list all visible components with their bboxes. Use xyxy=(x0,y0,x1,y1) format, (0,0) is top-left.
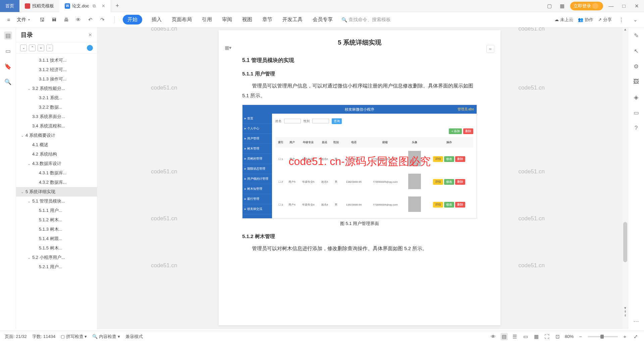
heading-3[interactable]: 5.1.1 用户管理 xyxy=(242,71,477,77)
heading-3[interactable]: 5.1.2 树木管理 xyxy=(242,233,477,240)
tab-document[interactable]: W 论文.doc ⧉ ✕ xyxy=(59,0,111,12)
spell-check[interactable]: ▢ 拼写检查 ▾ xyxy=(61,334,87,340)
add-level-icon[interactable]: + xyxy=(38,45,44,51)
paragraph[interactable]: 管理员可以管理用户信息，可以对通过微信小程序端注册的用户信息修改删除。具体界面的… xyxy=(242,81,477,101)
toc-item[interactable]: 3.1.1 技术可... xyxy=(16,56,97,65)
menu-start[interactable]: 开始 xyxy=(123,15,142,24)
toc-item[interactable]: 4.1 概述 xyxy=(16,140,97,150)
help-icon[interactable]: ? xyxy=(632,124,640,132)
print-preview-icon[interactable]: 👁 xyxy=(73,15,83,24)
tab-home[interactable]: 首页 xyxy=(0,0,19,12)
save-icon[interactable]: 🖫 xyxy=(37,15,47,24)
toc-item[interactable]: 4.3.1 数据库... xyxy=(16,168,97,178)
expand-icon[interactable]: ⤢ xyxy=(632,333,639,340)
toc-item[interactable]: 5.1.2 树木... xyxy=(16,215,97,225)
tab-add[interactable]: + xyxy=(111,2,124,9)
close-window-icon[interactable]: ✕ xyxy=(632,1,641,11)
page-collapse-icon[interactable]: ≈ xyxy=(486,45,494,53)
view-page-icon[interactable]: ▤ xyxy=(500,333,508,340)
page-tool-icon[interactable]: ▦▾ xyxy=(225,45,231,52)
toc-item[interactable]: ⌄3.2 系统性能分... xyxy=(16,84,97,93)
command-search[interactable]: 🔍 查找命令、搜索模板 xyxy=(341,17,391,23)
word-count[interactable]: 字数: 11434 xyxy=(32,334,55,340)
toc-item[interactable]: 5.2.1 用户... xyxy=(16,262,97,272)
view-outline-icon[interactable]: ☰ xyxy=(511,333,519,340)
toc-item[interactable]: 3.3 系统界面分... xyxy=(16,112,97,121)
toc-item[interactable]: 3.4 系统流程和... xyxy=(16,121,97,131)
settings-icon[interactable]: ⚙ xyxy=(632,62,640,70)
outline-icon[interactable]: ▤ xyxy=(4,32,12,40)
tab-template[interactable]: 找稻壳模板 xyxy=(19,0,59,12)
toc-item[interactable]: ⌄5 系统详细实现 xyxy=(16,187,97,196)
menu-ref[interactable]: 引用 xyxy=(201,15,213,24)
toc-item[interactable]: 3.2.1 系统... xyxy=(16,93,97,103)
toc-item[interactable]: 3.1.3 操作可... xyxy=(16,74,97,84)
toc-item[interactable]: 3.1.2 经济可... xyxy=(16,65,97,74)
toc-item[interactable]: ⌄4 系统概要设计 xyxy=(16,131,97,140)
share-button[interactable]: ↗ 分享 xyxy=(598,17,612,23)
file-menu[interactable]: 文件▾ xyxy=(15,17,32,23)
menu-review[interactable]: 审阅 xyxy=(221,15,233,24)
apps-icon[interactable]: ▦ xyxy=(557,1,567,11)
paragraph[interactable]: 管理员可以对树木信息进行添加，修改删除查询操作。具体界面如图 5.2 所示。 xyxy=(242,244,477,253)
view-fullscreen-icon[interactable]: ⛶ xyxy=(543,333,551,340)
menu-insert[interactable]: 插入 xyxy=(151,15,162,24)
image-icon[interactable]: 🖼 xyxy=(632,78,640,86)
minimize-icon[interactable]: — xyxy=(606,1,616,11)
menu-view[interactable]: 视图 xyxy=(241,15,253,24)
diamond-icon[interactable]: ◈ xyxy=(632,93,640,101)
bookmark-icon[interactable]: ▭ xyxy=(4,47,12,55)
menu-vip[interactable]: 会员专享 xyxy=(312,15,333,24)
more-icon[interactable]: ⋮ xyxy=(616,15,626,24)
toc-item[interactable]: 5.1.1 用户... xyxy=(16,206,97,215)
maximize-icon[interactable]: □ xyxy=(619,1,629,11)
expand-all-icon[interactable]: ⌃ xyxy=(29,45,36,51)
book-icon[interactable]: ▭ xyxy=(632,109,640,117)
toc-item[interactable]: 4.3.2 数据库... xyxy=(16,178,97,187)
cursor-icon[interactable]: ↖ xyxy=(632,47,640,55)
compat-mode[interactable]: 兼容模式 xyxy=(125,334,143,340)
toc-item[interactable]: 5.1.3 树木... xyxy=(16,225,97,234)
close-icon[interactable]: ✕ xyxy=(102,3,105,8)
duplicate-icon[interactable]: ⧉ xyxy=(93,3,96,9)
hamburger-icon[interactable]: ≡ xyxy=(4,15,13,24)
pen-icon[interactable]: ✎ xyxy=(632,32,640,40)
window-layout-icon[interactable]: ▢ xyxy=(545,1,554,11)
page-indicator[interactable]: 页面: 21/32 xyxy=(5,334,27,340)
toc-item[interactable]: ⌄4.3.数据库设计 xyxy=(16,159,97,168)
search-panel-icon[interactable]: 🔍 xyxy=(4,78,12,86)
menu-layout[interactable]: 页面布局 xyxy=(171,15,193,24)
remove-level-icon[interactable]: − xyxy=(46,45,53,51)
eye-icon[interactable]: 👁 xyxy=(490,333,497,340)
undo-icon[interactable]: ↶ xyxy=(86,15,95,24)
heading-2[interactable]: 5.1 管理员模块的实现 xyxy=(242,57,477,64)
zoom-level[interactable]: 80% xyxy=(565,334,574,339)
scroll-up-icon[interactable]: ▲ xyxy=(622,27,628,34)
content-check[interactable]: 🔍 内容检查 ▾ xyxy=(92,334,120,340)
heading-1[interactable]: 5 系统详细实现 xyxy=(242,38,477,47)
login-button[interactable]: 立即登录 xyxy=(570,2,603,10)
toc-item[interactable]: 3.2.2 数据... xyxy=(16,103,97,112)
more-tools-icon[interactable]: ⋯ xyxy=(632,317,640,325)
print-icon[interactable]: 🖶 xyxy=(61,15,71,24)
collapse-ribbon-icon[interactable]: ⌄ xyxy=(631,15,640,24)
view-read-icon[interactable]: ▦ xyxy=(533,333,540,340)
toc-item[interactable]: 5.1.5 树木... xyxy=(16,243,97,253)
ribbon-icon[interactable]: 🔖 xyxy=(4,62,12,70)
collab-button[interactable]: 👥 协作 xyxy=(578,17,593,23)
toc-item[interactable]: 5.1.4 树跟... xyxy=(16,234,97,243)
toc-item[interactable]: 4.2 系统结构 xyxy=(16,150,97,159)
cloud-status[interactable]: ☁ 未上云 xyxy=(554,17,573,23)
zoom-slider[interactable] xyxy=(588,336,618,337)
scrollbar[interactable]: ▲ ▼⇞⇟ xyxy=(622,27,628,329)
menu-chapter[interactable]: 章节 xyxy=(262,15,273,24)
collapse-all-icon[interactable]: ⌄ xyxy=(20,45,27,51)
scroll-thumb[interactable] xyxy=(623,222,627,262)
toc-item[interactable]: ⌄5.1 管理员模块... xyxy=(16,196,97,206)
zoom-in-icon[interactable]: + xyxy=(621,333,629,340)
view-web-icon[interactable]: ▭ xyxy=(522,333,529,340)
document-page[interactable]: ▦▾ ≈ 5 系统详细实现 5.1 管理员模块的实现 5.1.1 用户管理 管理… xyxy=(219,30,500,325)
menu-dev[interactable]: 开发工具 xyxy=(282,15,303,24)
refresh-icon[interactable] xyxy=(87,45,93,51)
figure-image[interactable]: code51. cn-源码乐园盗图必究 校友林微信小程序 管理员 abo ▸ 首… xyxy=(242,105,477,219)
